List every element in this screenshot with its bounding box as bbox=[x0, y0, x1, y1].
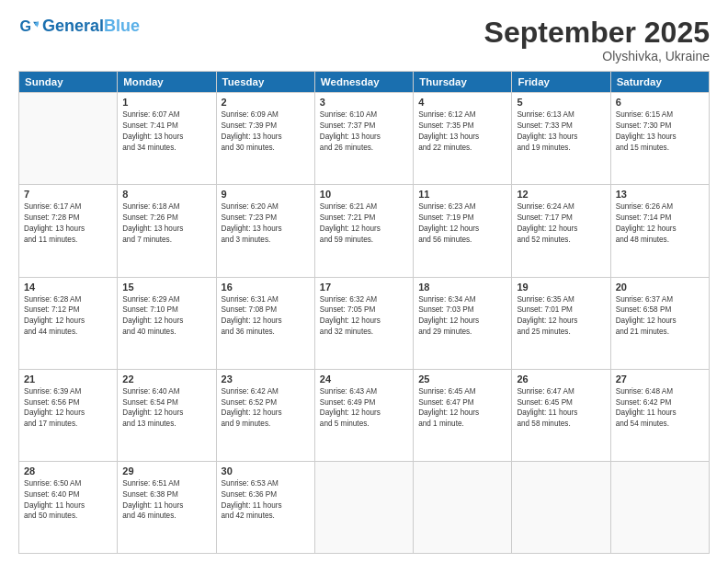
day-number: 15 bbox=[122, 282, 210, 293]
day-number: 25 bbox=[418, 373, 506, 385]
day-info: Sunrise: 6:34 AM Sunset: 7:03 PM Dayligh… bbox=[418, 294, 506, 339]
day-number: 22 bbox=[122, 373, 210, 385]
title-block: September 2025 Olyshivka, Ukraine bbox=[484, 17, 710, 63]
table-row: 11Sunrise: 6:23 AM Sunset: 7:19 PM Dayli… bbox=[414, 185, 512, 277]
table-row: 30Sunrise: 6:53 AM Sunset: 6:36 PM Dayli… bbox=[216, 461, 314, 553]
col-thursday: Thursday bbox=[414, 72, 512, 93]
table-row: 26Sunrise: 6:47 AM Sunset: 6:45 PM Dayli… bbox=[512, 369, 610, 461]
table-row: 14Sunrise: 6:28 AM Sunset: 7:12 PM Dayli… bbox=[19, 277, 118, 369]
day-number: 2 bbox=[222, 97, 310, 108]
table-row: 25Sunrise: 6:45 AM Sunset: 6:47 PM Dayli… bbox=[414, 369, 512, 461]
col-sunday: Sunday bbox=[19, 72, 118, 93]
day-info: Sunrise: 6:23 AM Sunset: 7:19 PM Dayligh… bbox=[418, 201, 506, 246]
table-row: 6Sunrise: 6:15 AM Sunset: 7:30 PM Daylig… bbox=[610, 93, 709, 185]
day-info: Sunrise: 6:13 AM Sunset: 7:33 PM Dayligh… bbox=[517, 109, 605, 154]
table-row: 29Sunrise: 6:51 AM Sunset: 6:38 PM Dayli… bbox=[118, 461, 216, 553]
day-number: 24 bbox=[320, 373, 408, 385]
day-number: 21 bbox=[24, 373, 112, 385]
svg-marker-2 bbox=[35, 20, 39, 27]
day-number: 11 bbox=[418, 189, 506, 200]
day-info: Sunrise: 6:09 AM Sunset: 7:39 PM Dayligh… bbox=[222, 109, 310, 154]
day-number: 13 bbox=[616, 189, 704, 200]
day-number: 26 bbox=[517, 373, 605, 385]
logo-icon: G bbox=[18, 17, 39, 37]
table-row bbox=[314, 461, 413, 553]
table-row bbox=[512, 461, 610, 553]
logo-blue: Blue bbox=[104, 17, 140, 35]
day-number: 16 bbox=[222, 282, 310, 293]
day-info: Sunrise: 6:24 AM Sunset: 7:17 PM Dayligh… bbox=[517, 201, 605, 246]
table-row: 12Sunrise: 6:24 AM Sunset: 7:17 PM Dayli… bbox=[512, 185, 610, 277]
calendar-week-row: 1Sunrise: 6:07 AM Sunset: 7:41 PM Daylig… bbox=[19, 93, 710, 185]
table-row: 28Sunrise: 6:50 AM Sunset: 6:40 PM Dayli… bbox=[19, 461, 118, 553]
day-number: 29 bbox=[122, 465, 210, 477]
day-number: 10 bbox=[320, 189, 408, 200]
table-row: 9Sunrise: 6:20 AM Sunset: 7:23 PM Daylig… bbox=[216, 185, 314, 277]
day-info: Sunrise: 6:50 AM Sunset: 6:40 PM Dayligh… bbox=[24, 478, 112, 523]
table-row: 1Sunrise: 6:07 AM Sunset: 7:41 PM Daylig… bbox=[118, 93, 216, 185]
day-number: 6 bbox=[616, 97, 704, 108]
day-info: Sunrise: 6:26 AM Sunset: 7:14 PM Dayligh… bbox=[616, 201, 704, 246]
logo-general: General bbox=[42, 17, 104, 35]
calendar-week-row: 14Sunrise: 6:28 AM Sunset: 7:12 PM Dayli… bbox=[19, 277, 710, 369]
day-number: 7 bbox=[24, 189, 112, 200]
logo: G GeneralBlue bbox=[18, 17, 140, 37]
day-info: Sunrise: 6:18 AM Sunset: 7:26 PM Dayligh… bbox=[122, 201, 210, 246]
day-info: Sunrise: 6:53 AM Sunset: 6:36 PM Dayligh… bbox=[222, 478, 310, 523]
table-row: 3Sunrise: 6:10 AM Sunset: 7:37 PM Daylig… bbox=[314, 93, 413, 185]
month-title: September 2025 bbox=[484, 17, 710, 49]
day-info: Sunrise: 6:42 AM Sunset: 6:52 PM Dayligh… bbox=[222, 386, 310, 431]
table-row: 2Sunrise: 6:09 AM Sunset: 7:39 PM Daylig… bbox=[216, 93, 314, 185]
page: G GeneralBlue September 2025 Olyshivka, … bbox=[0, 0, 728, 563]
table-row: 4Sunrise: 6:12 AM Sunset: 7:35 PM Daylig… bbox=[414, 93, 512, 185]
day-number: 3 bbox=[320, 97, 408, 108]
table-row: 7Sunrise: 6:17 AM Sunset: 7:28 PM Daylig… bbox=[19, 185, 118, 277]
col-saturday: Saturday bbox=[610, 72, 709, 93]
table-row: 5Sunrise: 6:13 AM Sunset: 7:33 PM Daylig… bbox=[512, 93, 610, 185]
table-row bbox=[610, 461, 709, 553]
table-row: 19Sunrise: 6:35 AM Sunset: 7:01 PM Dayli… bbox=[512, 277, 610, 369]
table-row bbox=[19, 93, 118, 185]
calendar-week-row: 7Sunrise: 6:17 AM Sunset: 7:28 PM Daylig… bbox=[19, 185, 710, 277]
day-number: 8 bbox=[122, 189, 210, 200]
day-number: 5 bbox=[517, 97, 605, 108]
day-number: 19 bbox=[517, 282, 605, 293]
header: G GeneralBlue September 2025 Olyshivka, … bbox=[18, 17, 710, 63]
col-friday: Friday bbox=[512, 72, 610, 93]
day-info: Sunrise: 6:20 AM Sunset: 7:23 PM Dayligh… bbox=[222, 201, 310, 246]
day-info: Sunrise: 6:17 AM Sunset: 7:28 PM Dayligh… bbox=[24, 201, 112, 246]
day-info: Sunrise: 6:15 AM Sunset: 7:30 PM Dayligh… bbox=[616, 109, 704, 154]
day-info: Sunrise: 6:12 AM Sunset: 7:35 PM Dayligh… bbox=[418, 109, 506, 154]
table-row: 22Sunrise: 6:40 AM Sunset: 6:54 PM Dayli… bbox=[118, 369, 216, 461]
day-number: 12 bbox=[517, 189, 605, 200]
table-row bbox=[414, 461, 512, 553]
day-number: 27 bbox=[616, 373, 704, 385]
day-info: Sunrise: 6:45 AM Sunset: 6:47 PM Dayligh… bbox=[418, 386, 506, 431]
day-info: Sunrise: 6:48 AM Sunset: 6:42 PM Dayligh… bbox=[616, 386, 704, 431]
day-info: Sunrise: 6:32 AM Sunset: 7:05 PM Dayligh… bbox=[320, 294, 408, 339]
day-info: Sunrise: 6:51 AM Sunset: 6:38 PM Dayligh… bbox=[122, 478, 210, 523]
table-row: 27Sunrise: 6:48 AM Sunset: 6:42 PM Dayli… bbox=[610, 369, 709, 461]
table-row: 24Sunrise: 6:43 AM Sunset: 6:49 PM Dayli… bbox=[314, 369, 413, 461]
day-number: 30 bbox=[222, 465, 310, 477]
table-row: 21Sunrise: 6:39 AM Sunset: 6:56 PM Dayli… bbox=[19, 369, 118, 461]
calendar-header-row: Sunday Monday Tuesday Wednesday Thursday… bbox=[19, 72, 710, 93]
table-row: 17Sunrise: 6:32 AM Sunset: 7:05 PM Dayli… bbox=[314, 277, 413, 369]
day-number: 18 bbox=[418, 282, 506, 293]
table-row: 15Sunrise: 6:29 AM Sunset: 7:10 PM Dayli… bbox=[118, 277, 216, 369]
day-info: Sunrise: 6:43 AM Sunset: 6:49 PM Dayligh… bbox=[320, 386, 408, 431]
day-number: 4 bbox=[418, 97, 506, 108]
day-number: 17 bbox=[320, 282, 408, 293]
table-row: 18Sunrise: 6:34 AM Sunset: 7:03 PM Dayli… bbox=[414, 277, 512, 369]
day-number: 9 bbox=[222, 189, 310, 200]
col-monday: Monday bbox=[118, 72, 216, 93]
svg-text:G: G bbox=[19, 17, 31, 34]
calendar-week-row: 21Sunrise: 6:39 AM Sunset: 6:56 PM Dayli… bbox=[19, 369, 710, 461]
day-info: Sunrise: 6:10 AM Sunset: 7:37 PM Dayligh… bbox=[320, 109, 408, 154]
day-info: Sunrise: 6:29 AM Sunset: 7:10 PM Dayligh… bbox=[122, 294, 210, 339]
table-row: 16Sunrise: 6:31 AM Sunset: 7:08 PM Dayli… bbox=[216, 277, 314, 369]
table-row: 23Sunrise: 6:42 AM Sunset: 6:52 PM Dayli… bbox=[216, 369, 314, 461]
table-row: 13Sunrise: 6:26 AM Sunset: 7:14 PM Dayli… bbox=[610, 185, 709, 277]
col-tuesday: Tuesday bbox=[216, 72, 314, 93]
day-number: 1 bbox=[122, 97, 210, 108]
